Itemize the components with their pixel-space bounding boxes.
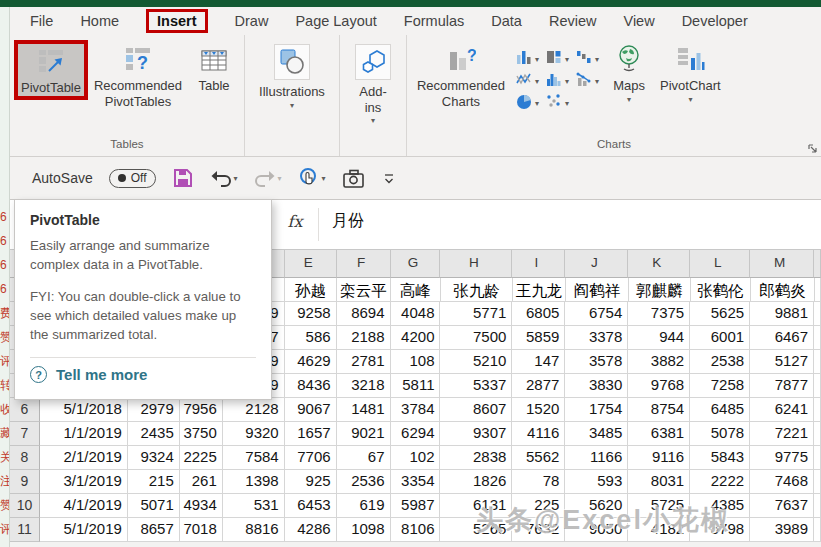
cell-N4[interactable] bbox=[814, 350, 821, 374]
cell-B11[interactable]: 8657 bbox=[128, 518, 180, 542]
cell-F9[interactable]: 2536 bbox=[337, 470, 391, 494]
cell-E3[interactable]: 586 bbox=[285, 326, 337, 350]
customize-qat-button[interactable] bbox=[382, 170, 396, 186]
insert-pie-chart-button[interactable]: ▾ bbox=[515, 92, 539, 110]
cell-C7[interactable]: 3750 bbox=[180, 422, 223, 446]
cell-D9[interactable]: 1398 bbox=[223, 470, 285, 494]
cell-H7[interactable]: 9307 bbox=[440, 422, 512, 446]
cell-G11[interactable]: 8106 bbox=[391, 518, 441, 542]
cell-H2[interactable]: 5771 bbox=[440, 302, 512, 326]
cell-F7[interactable]: 9021 bbox=[337, 422, 391, 446]
tab-home[interactable]: Home bbox=[80, 11, 119, 31]
cell-J5[interactable]: 3830 bbox=[565, 374, 628, 398]
cell-C8[interactable]: 2225 bbox=[180, 446, 223, 470]
cell-H5[interactable]: 5337 bbox=[440, 374, 512, 398]
cell-L4[interactable]: 2538 bbox=[690, 350, 750, 374]
cell-E11[interactable]: 4286 bbox=[285, 518, 337, 542]
cell-J3[interactable]: 3378 bbox=[565, 326, 628, 350]
tab-insert[interactable]: Insert bbox=[146, 9, 208, 33]
tab-page-layout[interactable]: Page Layout bbox=[295, 11, 376, 31]
cell-F6[interactable]: 1481 bbox=[337, 398, 391, 422]
cell-N9[interactable] bbox=[814, 470, 821, 494]
cell-I5[interactable]: 2877 bbox=[512, 374, 565, 398]
cell-M10[interactable]: 7637 bbox=[750, 494, 814, 518]
cell-N11[interactable] bbox=[814, 518, 821, 542]
cell-L8[interactable]: 5843 bbox=[690, 446, 750, 470]
maps-button[interactable]: Maps ▾ bbox=[603, 40, 655, 106]
formula-bar-value[interactable]: 月份 bbox=[332, 211, 364, 232]
cell-I2[interactable]: 6805 bbox=[512, 302, 565, 326]
cell-M2[interactable]: 9881 bbox=[750, 302, 814, 326]
cell-E6[interactable]: 9067 bbox=[285, 398, 337, 422]
cell-N8[interactable] bbox=[814, 446, 821, 470]
cell-M4[interactable]: 5127 bbox=[750, 350, 814, 374]
cell-J7[interactable]: 3485 bbox=[565, 422, 628, 446]
row-number[interactable]: 11 bbox=[10, 518, 40, 542]
column-header-F[interactable]: F bbox=[337, 250, 391, 278]
cell-M8[interactable]: 9775 bbox=[750, 446, 814, 470]
cell-K3[interactable]: 944 bbox=[628, 326, 690, 350]
cell-N1[interactable] bbox=[815, 278, 821, 302]
redo-button[interactable]: ▾ bbox=[254, 168, 282, 188]
cell-L7[interactable]: 5078 bbox=[690, 422, 750, 446]
cell-M6[interactable]: 6241 bbox=[750, 398, 814, 422]
cell-E7[interactable]: 1657 bbox=[285, 422, 337, 446]
save-button[interactable] bbox=[172, 167, 194, 189]
cell-I7[interactable]: 4116 bbox=[512, 422, 565, 446]
cell-D11[interactable]: 8816 bbox=[223, 518, 285, 542]
tab-data[interactable]: Data bbox=[491, 11, 522, 31]
cell-M3[interactable]: 6467 bbox=[750, 326, 814, 350]
cell-I8[interactable]: 5562 bbox=[512, 446, 565, 470]
column-header-H[interactable]: H bbox=[440, 250, 512, 278]
cell-A9[interactable]: 3/1/2019 bbox=[40, 470, 128, 494]
cell-I4[interactable]: 147 bbox=[512, 350, 565, 374]
cell-K5[interactable]: 9768 bbox=[628, 374, 690, 398]
cell-I6[interactable]: 1520 bbox=[512, 398, 565, 422]
tab-draw[interactable]: Draw bbox=[235, 11, 269, 31]
cell-C6[interactable]: 7956 bbox=[180, 398, 223, 422]
insert-function-button[interactable]: fx bbox=[278, 212, 312, 231]
cell-M5[interactable]: 7877 bbox=[750, 374, 814, 398]
cell-F3[interactable]: 2188 bbox=[337, 326, 391, 350]
addins-button[interactable]: Add-ins ▾ bbox=[344, 40, 402, 127]
cell-G3[interactable]: 4200 bbox=[391, 326, 441, 350]
cell-E8[interactable]: 7706 bbox=[285, 446, 337, 470]
cell-K9[interactable]: 8031 bbox=[628, 470, 690, 494]
column-header-I[interactable]: I bbox=[512, 250, 565, 278]
column-header-K[interactable]: K bbox=[628, 250, 690, 278]
cell-K2[interactable]: 7375 bbox=[628, 302, 690, 326]
cell-G7[interactable]: 6294 bbox=[391, 422, 441, 446]
cell-B6[interactable]: 2979 bbox=[128, 398, 180, 422]
cell-I1[interactable]: 王九龙 bbox=[513, 278, 566, 302]
cell-K8[interactable]: 9116 bbox=[628, 446, 690, 470]
cell-C9[interactable]: 261 bbox=[180, 470, 223, 494]
insert-hierarchy-chart-button[interactable]: ▾ bbox=[545, 48, 569, 66]
tab-developer[interactable]: Developer bbox=[682, 11, 748, 31]
insert-histogram-chart-button[interactable]: ▾ bbox=[545, 70, 569, 88]
cell-F2[interactable]: 8694 bbox=[337, 302, 391, 326]
insert-line-chart-button[interactable]: ▾ bbox=[515, 70, 539, 88]
cell-G9[interactable]: 3354 bbox=[391, 470, 441, 494]
cell-E10[interactable]: 6453 bbox=[285, 494, 337, 518]
cell-M7[interactable]: 7221 bbox=[750, 422, 814, 446]
column-header-E[interactable]: E bbox=[285, 250, 337, 278]
cell-H9[interactable]: 1826 bbox=[440, 470, 512, 494]
column-header-M[interactable]: M bbox=[750, 250, 814, 278]
cell-A8[interactable]: 2/1/2019 bbox=[40, 446, 128, 470]
cell-L6[interactable]: 6485 bbox=[690, 398, 750, 422]
cell-C10[interactable]: 4934 bbox=[180, 494, 223, 518]
cell-L2[interactable]: 5625 bbox=[690, 302, 750, 326]
cell-J1[interactable]: 阎鹤祥 bbox=[566, 278, 629, 302]
cell-E2[interactable]: 9258 bbox=[285, 302, 337, 326]
cell-F5[interactable]: 3218 bbox=[337, 374, 391, 398]
cell-A6[interactable]: 5/1/2018 bbox=[40, 398, 128, 422]
cell-G8[interactable]: 102 bbox=[391, 446, 441, 470]
autosave-toggle[interactable]: Off bbox=[109, 169, 156, 188]
cell-L1[interactable]: 张鹤伦 bbox=[691, 278, 751, 302]
cell-J4[interactable]: 3578 bbox=[565, 350, 628, 374]
cell-G4[interactable]: 108 bbox=[391, 350, 441, 374]
cell-D6[interactable]: 2128 bbox=[223, 398, 285, 422]
cell-E4[interactable]: 4629 bbox=[285, 350, 337, 374]
cell-J2[interactable]: 6754 bbox=[565, 302, 628, 326]
cell-J6[interactable]: 1754 bbox=[565, 398, 628, 422]
